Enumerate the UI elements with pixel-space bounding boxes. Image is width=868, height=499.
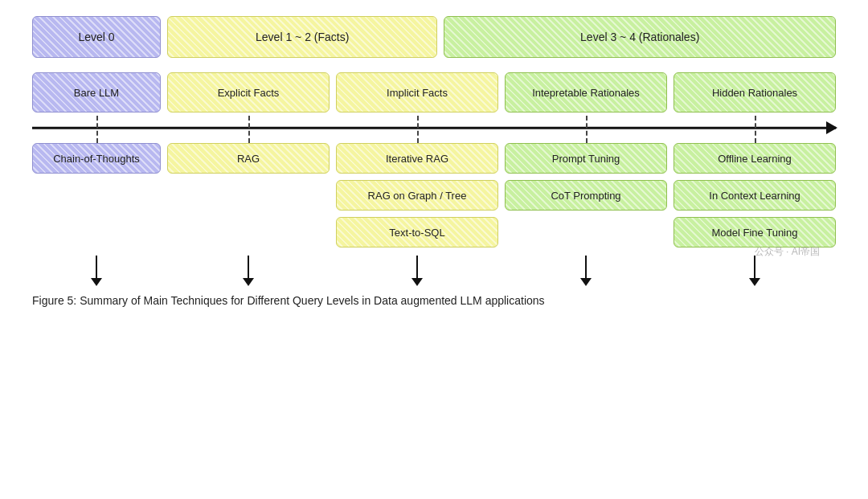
arrow-down-3	[585, 256, 588, 280]
tech-offline-learning: Offline Learning	[674, 143, 836, 174]
diagram-container: Level 0 Level 1 ~ 2 (Facts) Level 3 ~ 4 …	[32, 16, 836, 307]
cat-explicit-label: Explicit Facts	[218, 87, 280, 99]
cat-interpretable-label: Intepretable Rationales	[532, 87, 640, 99]
cat-implicit-facts: Implicit Facts	[336, 72, 498, 112]
tech-prompt-tuning: Prompt Tuning	[505, 143, 667, 174]
arrow-down-4	[754, 256, 756, 280]
tech-text-to-sql: Text-to-SQL	[336, 217, 498, 247]
level-34-band: Level 3 ~ 4 (Rationales)	[444, 16, 836, 58]
dashed-line-4	[755, 116, 756, 143]
tech-iterative-rag: Iterative RAG	[336, 143, 498, 174]
tech-col-2: Iterative RAG RAG on Graph / Tree Text-t…	[336, 143, 498, 247]
timeline-line	[32, 127, 836, 129]
cat-explicit-facts: Explicit Facts	[167, 72, 330, 112]
level-12-label: Level 1 ~ 2 (Facts)	[256, 31, 349, 43]
down-arrow-col-0	[32, 256, 161, 280]
level-12-band: Level 1 ~ 2 (Facts)	[167, 16, 437, 58]
arrow-down-2	[416, 256, 419, 280]
tech-cot-prompting: CoT Prompting	[505, 180, 667, 211]
down-arrows-row	[32, 256, 836, 280]
dashed-line-3	[586, 116, 588, 143]
tech-rag-graph-tree: RAG on Graph / Tree	[336, 180, 498, 211]
level-34-label: Level 3 ~ 4 (Rationales)	[580, 31, 699, 43]
figure-caption: Figure 5: Summary of Main Techniques for…	[32, 294, 836, 307]
level-0-band: Level 0	[32, 16, 161, 58]
timeline-row	[32, 116, 836, 140]
arrow-down-1	[248, 256, 250, 280]
row-categories: Bare LLM Explicit Facts Implicit Facts I…	[32, 72, 836, 112]
watermark: 公众号 · AI帝国	[755, 245, 820, 259]
dashed-line-1	[248, 116, 250, 143]
row-levels: Level 0 Level 1 ~ 2 (Facts) Level 3 ~ 4 …	[32, 16, 836, 58]
tech-col-3: Prompt Tuning CoT Prompting	[505, 143, 667, 247]
row-techniques: Chain-of-Thoughts RAG Iterative RAG RAG …	[32, 143, 836, 247]
tech-model-fine-tuning: Model Fine Tuning	[674, 217, 836, 247]
down-arrow-col-1	[167, 256, 330, 280]
arrow-down-0	[96, 256, 98, 280]
tech-col-4: Offline Learning In Context Learning Mod…	[674, 143, 836, 247]
cat-interpretable-rationales: Intepretable Rationales	[505, 72, 667, 112]
cat-implicit-label: Implicit Facts	[387, 87, 448, 99]
dashed-line-0	[96, 116, 98, 143]
middle-section: Chain-of-Thoughts RAG Iterative RAG RAG …	[32, 116, 836, 280]
tech-chain-of-thoughts: Chain-of-Thoughts	[32, 143, 161, 174]
tech-in-context-learning: In Context Learning	[674, 180, 836, 211]
dashed-line-2	[417, 116, 419, 143]
cat-hidden-label: Hidden Rationales	[712, 87, 797, 99]
down-arrow-col-2	[336, 256, 498, 280]
timeline-arrow-icon	[826, 121, 837, 134]
cat-bare-label: Bare LLM	[74, 87, 119, 99]
tech-col-0: Chain-of-Thoughts	[32, 143, 161, 247]
level-0-label: Level 0	[78, 31, 114, 43]
tech-col-1: RAG	[167, 143, 330, 247]
tech-rag: RAG	[167, 143, 330, 174]
down-arrow-col-3	[505, 256, 667, 280]
cat-bare-llm: Bare LLM	[32, 72, 161, 112]
cat-hidden-rationales: Hidden Rationales	[674, 72, 836, 112]
down-arrow-col-4	[674, 256, 836, 280]
